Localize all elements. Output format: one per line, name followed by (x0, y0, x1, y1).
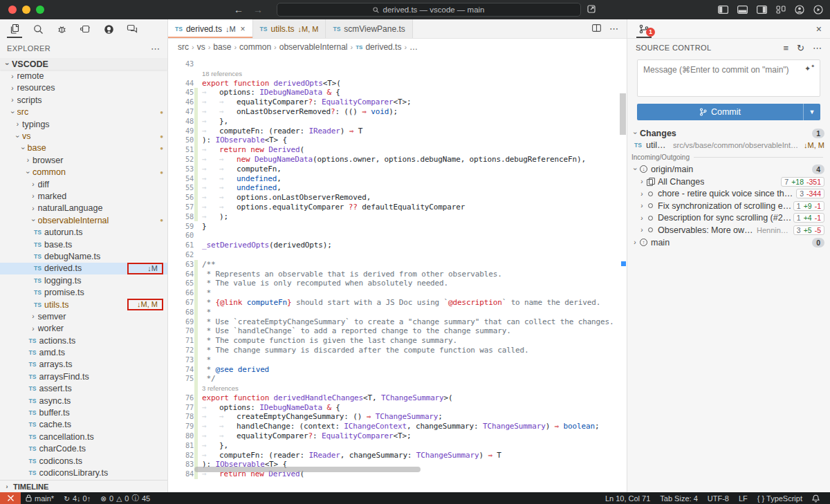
vertical-scrollbar[interactable] (620, 93, 626, 135)
file-tree-item[interactable]: TSassert.ts (0, 383, 167, 395)
breadcrumb-item[interactable]: src (178, 42, 189, 52)
search-icon[interactable] (28, 20, 48, 38)
bug-icon[interactable] (51, 20, 72, 38)
file-tree-item[interactable]: ›scripts (0, 94, 167, 106)
commit-row[interactable]: ›Description for sync scrolling (#2090…1… (627, 212, 830, 225)
file-tree-item[interactable]: TSlogging.ts (0, 274, 167, 286)
file-tree-item[interactable]: ›naturalLanguage (0, 203, 167, 214)
all-changes-row[interactable]: ›All Changes7+18-351 (627, 176, 830, 188)
breadcrumb-item[interactable]: … (409, 42, 418, 52)
scm-more-actions-icon[interactable]: ⋯ (813, 43, 822, 53)
file-tree-item[interactable]: ›semver (0, 310, 167, 322)
toggle-left-sidebar-icon[interactable] (718, 6, 728, 14)
extensions-icon[interactable] (75, 20, 95, 38)
breadcrumb-item[interactable]: base (213, 42, 231, 52)
commit-row[interactable]: ›Observables: More ownersHenning …3+5-5 (627, 224, 830, 236)
file-tree-item[interactable]: TScodicons.ts (0, 455, 167, 467)
file-tree-item[interactable]: TScodiconsLibrary.ts (0, 467, 167, 478)
open-external-icon[interactable] (587, 4, 596, 16)
toggle-panel-icon[interactable] (737, 6, 748, 14)
file-tree-item[interactable]: ›observableInternal● (0, 214, 167, 226)
language-mode-status[interactable]: { } TypeScript (753, 492, 807, 504)
problems-status[interactable]: ⊗0 △0 ⓘ45 (95, 492, 155, 504)
file-tree-item[interactable]: TSbase.ts (0, 239, 167, 250)
file-tree-item[interactable]: ›src● (0, 106, 167, 118)
customize-layout-icon[interactable] (776, 6, 786, 14)
file-tree-item[interactable]: TSpromise.ts (0, 286, 167, 298)
horizontal-scrollbar[interactable] (194, 467, 421, 472)
file-tree-item[interactable]: TSbuffer.ts (0, 407, 167, 418)
breadcrumb-item[interactable]: observableInternal (279, 42, 348, 52)
cursor-position-status[interactable]: Ln 10, Col 71 (600, 492, 655, 504)
incoming-group-row[interactable]: › ↓ origin/main 4 (627, 163, 830, 176)
toggle-right-sidebar-icon[interactable] (757, 6, 767, 14)
code-editor[interactable]: 4318 references44export function derived… (168, 55, 627, 492)
notifications-bell-icon[interactable] (807, 492, 824, 504)
zoom-window-button[interactable] (36, 6, 44, 14)
file-tree-item[interactable]: ›diff (0, 178, 167, 190)
file-tree-item[interactable]: TScharCode.ts (0, 443, 167, 455)
file-tree-item[interactable]: TSamd.ts (0, 346, 167, 358)
codelens-row[interactable]: 3 references (168, 384, 627, 393)
editor-tab[interactable]: TSscmViewPane.ts (326, 19, 412, 38)
view-as-list-icon[interactable]: ≡ (784, 43, 789, 53)
command-center-search[interactable]: derived.ts — vscode — main (277, 3, 581, 17)
commit-message-input[interactable]: Message (⌘Enter to commit on "main") ✦✦ (637, 59, 820, 97)
breadcrumb-item[interactable]: derived.ts (365, 42, 401, 52)
navigate-back-button[interactable]: ← (234, 4, 243, 15)
commit-row[interactable]: ›chore - retire quick voice since there … (627, 187, 830, 200)
file-tree-item[interactable]: ›worker (0, 323, 167, 335)
encoding-status[interactable]: UTF-8 (703, 492, 734, 504)
source-control-tab-icon[interactable]: 1 (636, 20, 652, 38)
file-tree-item[interactable]: ›remote (0, 70, 167, 82)
git-sync-status[interactable]: ↻ 4↓ 0↑ (59, 492, 95, 504)
copilot-sparkle-icon[interactable]: ✦✦ (804, 64, 815, 73)
close-panel-icon[interactable]: × (816, 24, 822, 35)
play-circle-icon[interactable] (813, 5, 823, 15)
comments-icon[interactable] (122, 20, 142, 38)
explorer-icon[interactable] (4, 20, 25, 38)
outgoing-group-row[interactable]: › ↑ main 0 (627, 236, 830, 249)
changed-file-row[interactable]: TS utils.ts src/vs/base/common/observabl… (627, 140, 830, 152)
commit-button[interactable]: Commit ▼ (637, 104, 820, 120)
explorer-more-actions-icon[interactable]: ⋯ (151, 44, 160, 54)
split-editor-icon[interactable] (592, 24, 601, 34)
workspace-root-row[interactable]: ›VSCODE (0, 58, 167, 70)
file-tree-item[interactable]: ›common● (0, 167, 167, 178)
breadcrumb[interactable]: src›vs›base›common›observableInternal›TS… (168, 39, 627, 55)
timeline-section[interactable]: › TIMELINE (0, 480, 167, 492)
close-tab-icon[interactable]: × (241, 24, 246, 34)
github-icon[interactable] (98, 20, 119, 38)
file-tree-item[interactable]: TSasync.ts (0, 395, 167, 407)
file-tree-item[interactable]: TSarraysFind.ts (0, 371, 167, 382)
file-tree-item[interactable]: TSdebugName.ts (0, 250, 167, 262)
git-branch-status[interactable]: main* (21, 492, 59, 504)
commit-dropdown-chevron[interactable]: ▼ (803, 104, 820, 120)
tab-size-status[interactable]: Tab Size: 4 (655, 492, 702, 504)
account-icon[interactable] (795, 5, 804, 15)
breadcrumb-item[interactable]: common (239, 42, 271, 52)
editor-tab[interactable]: TSutils.ts↓M, M (253, 19, 326, 38)
file-tree-item[interactable]: TSactions.ts (0, 335, 167, 346)
file-tree-item[interactable]: TSutils.ts↓M, M (0, 299, 167, 310)
file-tree-item[interactable]: ›vs● (0, 130, 167, 142)
file-tree-item[interactable]: ›browser (0, 154, 167, 166)
editor-more-actions-icon[interactable]: ⋯ (609, 24, 618, 34)
file-tree-item[interactable]: ›marked (0, 190, 167, 202)
file-tree-item[interactable]: TScancellation.ts (0, 431, 167, 442)
remote-indicator[interactable] (0, 492, 21, 504)
editor-tab[interactable]: TSderived.ts↓M× (168, 19, 253, 38)
breadcrumb-item[interactable]: vs (197, 42, 205, 52)
eol-status[interactable]: LF (734, 492, 753, 504)
navigate-forward-button[interactable]: → (253, 4, 263, 15)
file-tree-item[interactable]: TSautorun.ts (0, 226, 167, 238)
refresh-icon[interactable]: ↻ (797, 43, 804, 53)
minimize-window-button[interactable] (22, 6, 30, 14)
file-tree-item[interactable]: ›typings (0, 118, 167, 130)
file-tree-item[interactable]: ›base● (0, 142, 167, 154)
close-window-button[interactable] (8, 6, 17, 14)
file-tree-item[interactable]: TSderived.ts↓M (0, 263, 167, 274)
changes-section-header[interactable]: › Changes 1 (627, 127, 830, 140)
file-tree-item[interactable]: ›resources (0, 82, 167, 94)
file-tree-item[interactable]: TScache.ts (0, 419, 167, 431)
